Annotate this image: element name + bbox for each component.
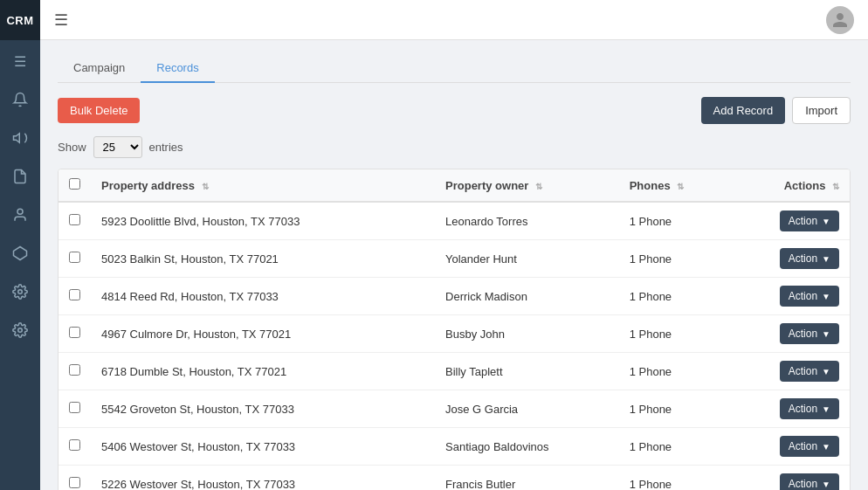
row-address: 5226 Westover St, Houston, TX 77033 xyxy=(91,466,435,491)
row-checkbox-cell xyxy=(59,353,91,390)
header-actions[interactable]: Actions ⇅ xyxy=(731,169,850,202)
sidebar-icon-settings2[interactable] xyxy=(0,313,40,348)
svg-marker-0 xyxy=(14,134,20,143)
row-actions-cell: Action ▼ xyxy=(731,202,850,240)
row-owner: Jose G Garcia xyxy=(435,390,619,428)
row-checkbox[interactable] xyxy=(69,364,80,376)
entries-label: entries xyxy=(149,141,183,154)
sidebar-icon-doc[interactable] xyxy=(0,159,40,194)
content-area: Campaign Records Bulk Delete Add Record … xyxy=(40,40,868,490)
sidebar-icon-diamond[interactable] xyxy=(0,236,40,271)
avatar[interactable] xyxy=(826,6,854,34)
action-button[interactable]: Action ▼ xyxy=(780,473,839,490)
row-address: 6718 Dumble St, Houston, TX 77021 xyxy=(91,353,435,390)
action-button[interactable]: Action ▼ xyxy=(780,286,839,307)
row-actions-cell: Action ▼ xyxy=(731,315,850,353)
row-address: 5542 Groveton St, Houston, TX 77033 xyxy=(91,390,435,428)
row-phones: 1 Phone xyxy=(619,240,731,278)
import-button[interactable]: Import xyxy=(792,97,851,124)
row-owner: Busby John xyxy=(435,315,619,353)
row-actions-cell: Action ▼ xyxy=(731,390,850,428)
row-address: 4814 Reed Rd, Houston, TX 77033 xyxy=(91,278,435,315)
add-record-button[interactable]: Add Record xyxy=(701,97,786,124)
sidebar-icon-settings1[interactable] xyxy=(0,274,40,309)
action-button[interactable]: Action ▼ xyxy=(780,436,839,457)
row-owner: Francis Butler xyxy=(435,466,619,491)
row-address: 5406 Westover St, Houston, TX 77033 xyxy=(91,428,435,466)
toolbar: Bulk Delete Add Record Import xyxy=(58,97,851,124)
crm-logo: CRM xyxy=(0,0,40,40)
bulk-delete-button[interactable]: Bulk Delete xyxy=(58,98,140,123)
row-address: 5923 Doolittle Blvd, Houston, TX 77033 xyxy=(91,202,435,240)
sort-icon-owner: ⇅ xyxy=(535,182,542,191)
toolbar-right: Add Record Import xyxy=(701,97,851,124)
select-all-checkbox[interactable] xyxy=(69,178,80,190)
entries-select[interactable]: 10 25 50 100 xyxy=(93,136,142,158)
row-checkbox-cell xyxy=(59,240,91,278)
action-caret-icon: ▼ xyxy=(822,329,830,339)
table-header-row: Property address ⇅ Property owner ⇅ Phon… xyxy=(59,169,850,202)
row-phones: 1 Phone xyxy=(619,278,731,315)
row-checkbox-cell xyxy=(59,390,91,428)
topbar: ☰ xyxy=(40,0,868,40)
row-actions-cell: Action ▼ xyxy=(731,428,850,466)
row-checkbox[interactable] xyxy=(69,252,80,263)
row-owner: Billy Taplett xyxy=(435,353,619,390)
table-row: 4814 Reed Rd, Houston, TX 77033 Derrick … xyxy=(59,278,850,315)
sidebar-icon-menu[interactable]: ☰ xyxy=(0,44,40,79)
sidebar: CRM ☰ xyxy=(0,0,40,490)
row-checkbox[interactable] xyxy=(69,402,80,413)
header-property-owner[interactable]: Property owner ⇅ xyxy=(435,169,619,202)
table-row: 6718 Dumble St, Houston, TX 77021 Billy … xyxy=(59,353,850,390)
row-phones: 1 Phone xyxy=(619,315,731,353)
svg-point-1 xyxy=(17,209,23,214)
row-checkbox[interactable] xyxy=(69,439,80,451)
row-checkbox-cell xyxy=(59,315,91,353)
row-phones: 1 Phone xyxy=(619,202,731,240)
row-checkbox-cell xyxy=(59,428,91,466)
table-row: 5406 Westover St, Houston, TX 77033 Sant… xyxy=(59,428,850,466)
row-owner: Yolander Hunt xyxy=(435,240,619,278)
row-address: 4967 Culmore Dr, Houston, TX 77021 xyxy=(91,315,435,353)
topbar-right xyxy=(826,6,854,34)
sidebar-icon-user[interactable] xyxy=(0,197,40,232)
header-checkbox-col xyxy=(59,169,91,202)
row-checkbox[interactable] xyxy=(69,214,80,225)
action-button[interactable]: Action ▼ xyxy=(780,398,839,419)
header-property-address[interactable]: Property address ⇅ xyxy=(91,169,435,202)
show-entries-control: Show 10 25 50 100 entries xyxy=(58,136,851,158)
action-button[interactable]: Action ▼ xyxy=(780,248,839,269)
row-phones: 1 Phone xyxy=(619,466,731,491)
row-address: 5023 Balkin St, Houston, TX 77021 xyxy=(91,240,435,278)
action-button[interactable]: Action ▼ xyxy=(780,323,839,344)
row-checkbox-cell xyxy=(59,466,91,491)
sidebar-icon-announce[interactable] xyxy=(0,121,40,155)
action-caret-icon: ▼ xyxy=(822,404,830,414)
action-button[interactable]: Action ▼ xyxy=(780,210,839,231)
row-owner: Leonardo Torres xyxy=(435,202,619,240)
row-checkbox[interactable] xyxy=(69,289,80,300)
row-actions-cell: Action ▼ xyxy=(731,466,850,491)
row-owner: Derrick Madison xyxy=(435,278,619,315)
header-phones[interactable]: Phones ⇅ xyxy=(619,169,731,202)
action-caret-icon: ▼ xyxy=(822,217,830,226)
table-row: 5923 Doolittle Blvd, Houston, TX 77033 L… xyxy=(59,202,850,240)
sort-icon-phones: ⇅ xyxy=(677,182,684,191)
table-row: 5023 Balkin St, Houston, TX 77021 Yoland… xyxy=(59,240,850,278)
tab-records[interactable]: Records xyxy=(141,54,214,83)
hamburger-icon[interactable]: ☰ xyxy=(54,10,68,30)
tab-campaign[interactable]: Campaign xyxy=(58,54,141,83)
action-caret-icon: ▼ xyxy=(822,292,830,301)
action-caret-icon: ▼ xyxy=(822,442,830,452)
svg-point-3 xyxy=(18,290,23,294)
action-caret-icon: ▼ xyxy=(822,367,830,376)
sidebar-icon-bell[interactable] xyxy=(0,82,40,117)
row-checkbox[interactable] xyxy=(69,327,80,338)
action-button[interactable]: Action ▼ xyxy=(780,361,839,382)
topbar-left: ☰ xyxy=(54,10,68,30)
records-table: Property address ⇅ Property owner ⇅ Phon… xyxy=(59,169,850,490)
table-row: 5542 Groveton St, Houston, TX 77033 Jose… xyxy=(59,390,850,428)
row-checkbox[interactable] xyxy=(69,477,80,488)
records-table-wrapper: Property address ⇅ Property owner ⇅ Phon… xyxy=(58,169,851,490)
row-checkbox-cell xyxy=(59,202,91,240)
